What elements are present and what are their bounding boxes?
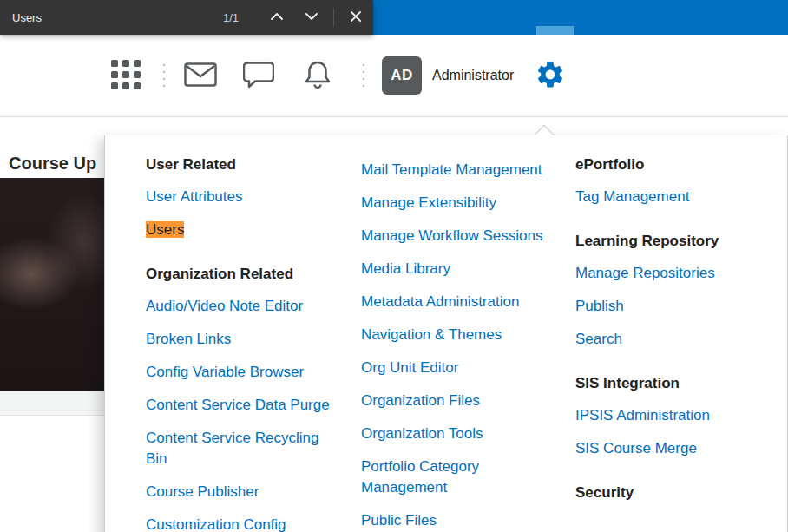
notifications-button[interactable] [304, 60, 332, 92]
minibar-header: AD Administrator [0, 35, 788, 117]
find-query-text[interactable]: Users [12, 11, 42, 24]
course-card-image[interactable] [0, 178, 104, 391]
menu-link-user-attributes[interactable]: User Attributes [146, 187, 344, 207]
envelope-icon [184, 62, 217, 90]
page-title: Course Up [9, 154, 96, 174]
admin-menu-column-2: Mail Template Management Manage Extensib… [361, 154, 575, 532]
menu-link-content-service-data-purge[interactable]: Content Service Data Purge [146, 395, 344, 416]
find-next-button[interactable] [294, 0, 329, 35]
menu-link-organization-tools[interactable]: Organization Tools [361, 424, 558, 444]
menu-link-users[interactable]: Users [146, 220, 344, 240]
menu-link-publish[interactable]: Publish [575, 296, 770, 317]
chat-button[interactable] [243, 61, 274, 91]
menu-link-ipsis-administration[interactable]: IPSIS Administration [575, 405, 770, 426]
menu-heading-organization-related: Organization Related [146, 264, 344, 285]
course-card-footer [0, 391, 104, 416]
menu-heading-eportfolio: ePortfolio [575, 154, 770, 175]
admin-menu-column-3: ePortfolio Tag Management Learning Repos… [575, 154, 787, 532]
menu-link-tag-management[interactable]: Tag Management [575, 187, 770, 207]
menu-link-manage-repositories[interactable]: Manage Repositories [575, 263, 770, 284]
waffle-grid-icon [111, 60, 141, 92]
menu-heading-security: Security [575, 483, 770, 503]
chevron-down-icon [304, 11, 319, 24]
admin-tools-dropdown: User Related User Attributes Users Organ… [104, 135, 788, 532]
admin-menu-column-1: User Related User Attributes Users Organ… [146, 154, 361, 532]
find-previous-button[interactable] [259, 0, 294, 35]
chat-bubble-icon [243, 61, 274, 91]
menu-heading-sis-integration: SIS Integration [575, 373, 770, 394]
menu-link-course-publisher[interactable]: Course Publisher [146, 482, 344, 502]
menu-link-sis-course-merge[interactable]: SIS Course Merge [575, 438, 770, 459]
menu-link-manage-workflow-sessions[interactable]: Manage Workflow Sessions [361, 226, 558, 246]
menu-link-config-variable-browser[interactable]: Config Variable Browser [146, 362, 344, 383]
dotted-separator [363, 64, 364, 87]
menu-link-customization-config[interactable]: Customization Config [146, 515, 344, 532]
chevron-up-icon [269, 11, 285, 24]
dotted-separator [163, 64, 165, 87]
avatar[interactable]: AD [382, 56, 422, 95]
menu-link-navigation-themes[interactable]: Navigation & Themes [361, 325, 558, 345]
menu-link-org-unit-editor[interactable]: Org Unit Editor [361, 358, 558, 378]
admin-tools-gear-button[interactable] [535, 59, 566, 93]
menu-link-portfolio-category-management[interactable]: Portfolio Category Management [361, 456, 558, 498]
find-close-button[interactable] [338, 0, 373, 35]
user-name-label: Administrator [432, 68, 514, 83]
find-match-count: 1/1 [223, 11, 239, 24]
findbar-separator [333, 8, 334, 27]
find-match-highlight: Users [146, 221, 184, 238]
waffle-menu-button[interactable] [111, 60, 141, 92]
menu-link-mail-template-management[interactable]: Mail Template Management [361, 160, 558, 181]
navbar-active-tab [536, 26, 574, 35]
menu-link-media-library[interactable]: Media Library [361, 259, 558, 279]
bell-icon [304, 60, 332, 92]
menu-link-manage-extensibility[interactable]: Manage Extensibility [361, 193, 558, 213]
gear-icon [535, 59, 566, 93]
menu-link-metadata-administration[interactable]: Metadata Administration [361, 292, 558, 312]
menu-heading-user-related: User Related [146, 154, 344, 175]
menu-heading-learning-repository: Learning Repository [575, 231, 770, 252]
menu-link-organization-files[interactable]: Organization Files [361, 391, 558, 411]
menu-link-public-files[interactable]: Public Files [361, 510, 558, 531]
menu-link-broken-links[interactable]: Broken Links [146, 329, 344, 350]
menu-link-audio-video-note-editor[interactable]: Audio/Video Note Editor [146, 296, 344, 317]
find-in-page-bar: Users 1/1 [0, 0, 373, 35]
menu-link-search[interactable]: Search [575, 329, 770, 350]
messages-button[interactable] [184, 62, 217, 90]
menu-link-content-service-recycling-bin[interactable]: Content Service Recycling Bin [146, 428, 344, 470]
close-icon [349, 10, 363, 26]
